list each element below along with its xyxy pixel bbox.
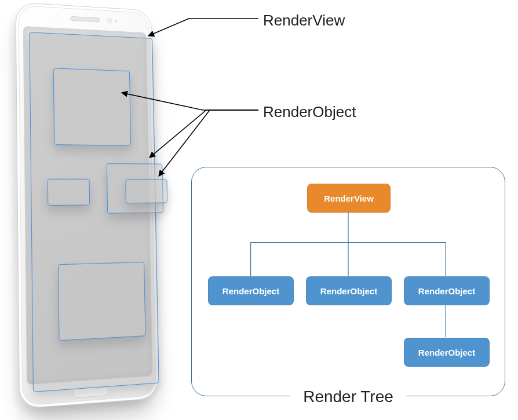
render-object-layer-small-left — [48, 179, 90, 206]
tree-node-child-3: RenderObject — [404, 276, 490, 305]
callout-label-renderview: RenderView — [263, 12, 345, 30]
tree-node-child-2: RenderObject — [306, 276, 392, 305]
tree-node-child-1: RenderObject — [208, 276, 294, 305]
render-object-layer-bottom — [58, 262, 145, 341]
render-object-layer-top — [53, 68, 131, 145]
phone-sensor-icon — [115, 20, 118, 23]
phone-3d-stage — [0, 6, 174, 411]
phone-camera-icon — [107, 18, 112, 23]
phone-speaker-icon — [70, 16, 100, 23]
render-tree-panel: RenderView RenderObject RenderObject Ren… — [191, 167, 505, 396]
tree-node-root: RenderView — [307, 184, 391, 213]
render-object-layer-mid-inner — [125, 179, 167, 203]
render-tree-title: Render Tree — [290, 388, 406, 406]
tree-node-grandchild: RenderObject — [404, 338, 490, 367]
callout-label-renderobject: RenderObject — [263, 103, 356, 121]
